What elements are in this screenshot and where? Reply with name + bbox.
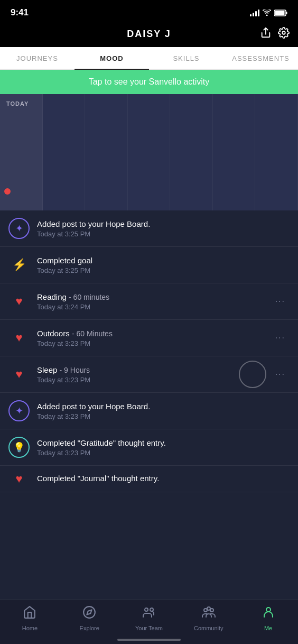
sleep-circle-indicator: [239, 361, 266, 388]
svg-point-12: [266, 608, 271, 612]
home-indicator: [117, 639, 181, 641]
tab-assessments[interactable]: ASSESSMENTS: [224, 47, 298, 69]
chart-col-2: [43, 94, 86, 210]
list-item: ♥ Completed "Journal" thought entry.: [0, 466, 298, 492]
activity-time: Today at 3:23 PM: [37, 449, 290, 457]
header: DAISY J: [0, 23, 298, 47]
activity-title: Added post to your Hope Board.: [37, 402, 290, 411]
list-item: ♥ Outdoors - 60 Minutes Today at 3:23 PM…: [0, 320, 298, 356]
activity-content: Outdoors - 60 Minutes Today at 3:23 PM: [37, 329, 271, 347]
community-icon: [201, 605, 216, 622]
activity-title: Sleep - 9 Hours: [37, 365, 271, 374]
chart-col-4: [128, 94, 171, 210]
bulb-icon: 💡: [13, 441, 25, 453]
signal-icon: [250, 9, 259, 16]
chart-columns: [0, 94, 298, 210]
sleep-icon: ♥: [8, 364, 30, 385]
more-options-button[interactable]: ···: [271, 367, 290, 381]
activity-content: Completed "Journal" thought entry.: [37, 474, 290, 484]
hope-board-icon: ✦: [8, 400, 30, 421]
list-item: ✦ Added post to your Hope Board. Today a…: [0, 393, 298, 429]
goal-icon: ⚡: [8, 254, 30, 275]
more-options-button[interactable]: ···: [271, 295, 290, 308]
activity-time: Today at 3:25 PM: [37, 266, 290, 274]
list-item: ⚡ Completed goal Today at 3:25 PM: [0, 247, 298, 283]
svg-point-11: [207, 607, 210, 610]
sun-icon: ✦: [15, 405, 23, 417]
chart-col-3: [85, 94, 128, 210]
bottom-nav: Home Explore Your Team: [0, 600, 298, 644]
activity-content: Added post to your Hope Board. Today at …: [37, 402, 290, 420]
svg-point-5: [83, 606, 95, 618]
chart-col-5: [170, 94, 213, 210]
nav-me[interactable]: Me: [238, 605, 298, 631]
status-time: 9:41: [11, 7, 29, 18]
chart-dot: [4, 188, 11, 195]
activity-title: Completed "Gratitude" thought entry.: [37, 438, 290, 447]
tab-skills[interactable]: SKILLS: [149, 47, 224, 69]
nav-explore-label: Explore: [80, 625, 99, 631]
header-actions: [260, 27, 290, 41]
list-item: 💡 Completed "Gratitude" thought entry. T…: [0, 429, 298, 466]
activity-time: Today at 3:23 PM: [37, 376, 271, 384]
svg-point-9: [204, 609, 207, 612]
nav-explore[interactable]: Explore: [60, 605, 119, 631]
wifi-icon: [263, 10, 271, 16]
status-icons: [250, 9, 287, 16]
svg-point-4: [282, 31, 285, 34]
nav-community[interactable]: Community: [179, 605, 238, 631]
nav-community-label: Community: [194, 625, 224, 631]
activity-time: Today at 3:23 PM: [37, 339, 271, 347]
list-item: ✦ Added post to your Hope Board. Today a…: [0, 210, 298, 247]
activity-content: Added post to your Hope Board. Today at …: [37, 219, 290, 238]
share-button[interactable]: [260, 27, 272, 41]
activity-content: Completed goal Today at 3:25 PM: [37, 256, 290, 274]
list-item: ♥ Sleep - 9 Hours Today at 3:23 PM ···: [0, 356, 298, 393]
explore-icon: [82, 605, 96, 622]
activity-time: Today at 3:25 PM: [37, 230, 290, 238]
header-title: DAISY J: [127, 29, 171, 40]
activity-content: Sleep - 9 Hours Today at 3:23 PM: [37, 365, 271, 384]
activity-title: Outdoors - 60 Minutes: [37, 329, 271, 338]
me-icon: [262, 605, 275, 622]
heart-icon: ♥: [15, 331, 22, 345]
list-item: ♥ Reading - 60 minutes Today at 3:24 PM …: [0, 283, 298, 320]
svg-point-7: [145, 608, 148, 611]
chart-area[interactable]: TODAY: [0, 94, 298, 210]
team-icon: [142, 605, 156, 622]
svg-rect-2: [275, 11, 285, 15]
more-options-button[interactable]: ···: [271, 331, 290, 345]
home-icon: [23, 605, 36, 622]
bolt-icon: ⚡: [12, 258, 26, 272]
battery-icon: [274, 10, 287, 16]
activity-time: Today at 3:23 PM: [37, 412, 290, 420]
status-bar: 9:41: [0, 0, 298, 23]
activity-title: Added post to your Hope Board.: [37, 219, 290, 228]
activity-banner[interactable]: Tap to see your Sanvello activity: [0, 70, 298, 94]
journal-icon: ♥: [8, 468, 30, 490]
activity-title: Completed "Journal" thought entry.: [37, 474, 290, 483]
svg-rect-1: [286, 12, 287, 14]
outdoors-icon: ♥: [8, 327, 30, 348]
activity-time: Today at 3:24 PM: [37, 303, 271, 311]
chart-col-6: [213, 94, 256, 210]
nav-home[interactable]: Home: [0, 605, 60, 631]
heart-icon: ♥: [15, 472, 22, 486]
heart-icon: ♥: [15, 367, 22, 381]
nav-your-team[interactable]: Your Team: [119, 605, 179, 631]
tab-journeys[interactable]: JOURNEYS: [0, 47, 74, 69]
nav-your-team-label: Your Team: [135, 625, 163, 631]
heart-icon: ♥: [15, 295, 22, 308]
svg-point-10: [210, 609, 213, 612]
tab-mood[interactable]: MOOD: [74, 47, 149, 69]
sun-icon: ✦: [15, 223, 23, 234]
gratitude-icon: 💡: [8, 437, 30, 458]
settings-button[interactable]: [278, 27, 290, 41]
nav-tabs: JOURNEYS MOOD SKILLS ASSESSMENTS: [0, 47, 298, 70]
activity-title: Reading - 60 minutes: [37, 292, 271, 301]
nav-home-label: Home: [22, 625, 38, 631]
activity-content: Reading - 60 minutes Today at 3:24 PM: [37, 292, 271, 311]
svg-marker-6: [87, 610, 92, 614]
chart-col-1: [0, 94, 43, 210]
nav-me-label: Me: [264, 625, 272, 631]
